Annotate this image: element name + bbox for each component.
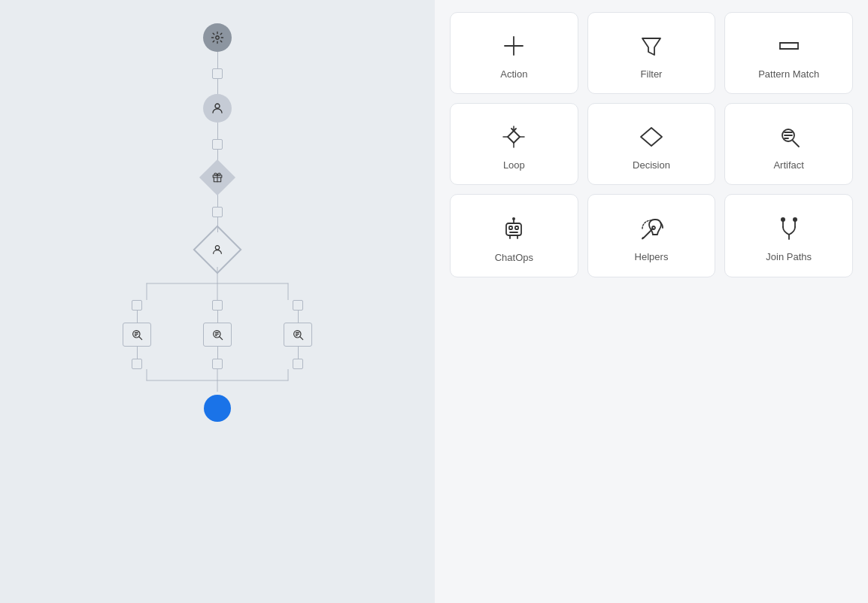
node-trigger[interactable] xyxy=(203,23,232,52)
branch-right xyxy=(284,300,312,369)
action-icon xyxy=(499,31,529,61)
node-connector-small[interactable] xyxy=(212,139,223,150)
node-connector-small[interactable] xyxy=(212,207,223,217)
chatops-icon xyxy=(498,213,530,244)
palette-card-pattern-match[interactable]: Pattern Match xyxy=(724,12,853,94)
node-connector-small[interactable] xyxy=(212,300,223,311)
palette-row-2: Loop Decision Artifact xyxy=(450,103,853,185)
svg-point-56 xyxy=(793,217,797,222)
svg-point-0 xyxy=(216,36,220,40)
node-artifact-right[interactable] xyxy=(284,323,312,347)
filter-label: Filter xyxy=(641,68,663,80)
palette-card-action[interactable]: Action xyxy=(450,12,578,94)
loop-icon xyxy=(499,122,529,152)
palette-card-decision[interactable]: Decision xyxy=(587,103,716,185)
filter-icon xyxy=(636,31,666,61)
pattern-match-label: Pattern Match xyxy=(758,68,819,80)
branch-center xyxy=(203,300,232,369)
svg-point-45 xyxy=(512,217,515,220)
helpers-label: Helpers xyxy=(635,251,669,262)
artifact-label: Artifact xyxy=(773,159,803,171)
svg-point-51 xyxy=(652,226,655,229)
svg-marker-37 xyxy=(641,128,662,146)
palette-card-join-paths[interactable]: Join Paths xyxy=(724,194,853,277)
palette-card-helpers[interactable]: Helpers xyxy=(587,194,716,277)
connector xyxy=(217,79,218,94)
component-palette: Action Filter Pattern Match xyxy=(435,0,868,603)
svg-line-39 xyxy=(793,141,799,147)
node-diamond-filled[interactable] xyxy=(199,159,235,195)
decision-label: Decision xyxy=(633,159,670,171)
palette-card-filter[interactable]: Filter xyxy=(587,12,716,94)
node-connector-small[interactable] xyxy=(293,300,303,311)
svg-marker-32 xyxy=(642,38,660,55)
helpers-icon xyxy=(636,214,666,244)
branch-svg xyxy=(112,267,323,300)
node-artifact-center[interactable] xyxy=(203,323,232,347)
svg-line-11 xyxy=(139,337,142,340)
palette-row-1: Action Filter Pattern Match xyxy=(450,12,853,94)
svg-rect-46 xyxy=(509,226,512,229)
branch-left xyxy=(123,300,151,369)
svg-point-1 xyxy=(215,104,220,108)
palette-card-loop[interactable]: Loop xyxy=(450,103,578,185)
node-end[interactable] xyxy=(204,395,231,422)
artifact-icon xyxy=(774,122,804,152)
node-connector-small[interactable] xyxy=(212,68,223,79)
node-person[interactable] xyxy=(203,94,232,123)
svg-line-16 xyxy=(220,337,223,340)
node-artifact-left[interactable] xyxy=(123,323,151,347)
connector xyxy=(217,52,218,68)
converge-svg xyxy=(112,369,323,392)
chatops-label: ChatOps xyxy=(495,252,533,263)
svg-point-55 xyxy=(781,217,785,222)
svg-point-4 xyxy=(215,246,219,250)
flow-canvas-panel xyxy=(0,0,435,603)
join-paths-icon xyxy=(774,214,804,244)
palette-row-3: ChatOps Helpers xyxy=(450,194,853,277)
svg-rect-47 xyxy=(515,226,518,229)
action-label: Action xyxy=(500,68,527,80)
node-connector-small[interactable] xyxy=(212,359,223,369)
node-connector-small[interactable] xyxy=(132,359,142,369)
loop-label: Loop xyxy=(503,159,525,171)
node-connector-small[interactable] xyxy=(293,359,303,369)
node-connector-small[interactable] xyxy=(132,300,142,311)
pattern-match-icon xyxy=(774,31,804,61)
palette-card-artifact[interactable]: Artifact xyxy=(724,103,853,185)
decision-icon xyxy=(636,122,666,152)
svg-line-21 xyxy=(300,337,303,340)
palette-card-chatops[interactable]: ChatOps xyxy=(450,194,578,277)
connector xyxy=(217,123,218,139)
svg-rect-43 xyxy=(506,223,521,235)
join-paths-label: Join Paths xyxy=(766,251,812,262)
